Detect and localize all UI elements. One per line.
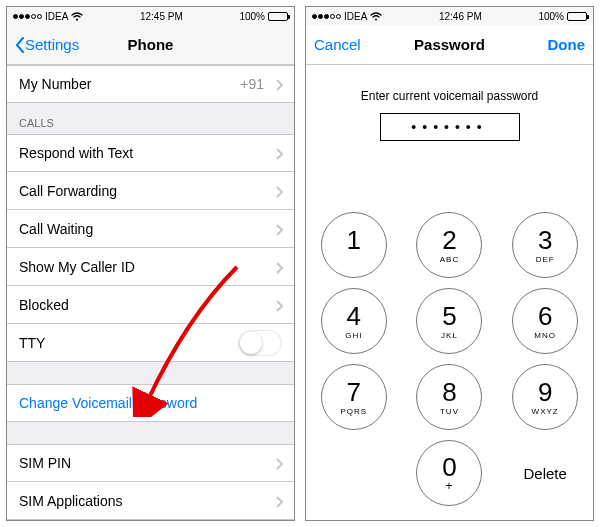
- row-label: Call Waiting: [19, 221, 93, 237]
- key-digit: 1: [347, 227, 361, 253]
- key-digit: 6: [538, 303, 552, 329]
- password-field[interactable]: •••••••: [380, 113, 520, 141]
- key-digit: 0: [442, 454, 456, 480]
- key-digit: 3: [538, 227, 552, 253]
- nav-title: Phone: [128, 36, 174, 53]
- blocked-row[interactable]: Blocked: [7, 286, 294, 324]
- tty-row: TTY: [7, 324, 294, 362]
- cancel-button[interactable]: Cancel: [314, 36, 361, 53]
- clock-label: 12:45 PM: [140, 11, 183, 22]
- chevron-right-icon: [276, 78, 284, 90]
- key-digit: 4: [347, 303, 361, 329]
- chevron-right-icon: [276, 261, 284, 273]
- chevron-right-icon: [276, 185, 284, 197]
- chevron-right-icon: [276, 495, 284, 507]
- keypad-key-2[interactable]: 2ABC: [416, 212, 482, 278]
- chevron-right-icon: [276, 223, 284, 235]
- my-number-row[interactable]: My Number +91: [7, 65, 294, 103]
- keypad-key-7[interactable]: 7PQRS: [321, 364, 387, 430]
- done-label: Done: [548, 36, 586, 53]
- key-digit: 7: [347, 379, 361, 405]
- wifi-icon: [71, 12, 83, 21]
- sim-pin-row[interactable]: SIM PIN: [7, 444, 294, 482]
- signal-dots-icon: [312, 14, 341, 19]
- battery-icon: [268, 12, 288, 21]
- keypad-delete-button[interactable]: Delete: [512, 440, 578, 506]
- keypad-key-5[interactable]: 5JKL: [416, 288, 482, 354]
- row-label: Respond with Text: [19, 145, 133, 161]
- keypad-key-0[interactable]: 0+: [416, 440, 482, 506]
- row-label: SIM Applications: [19, 493, 123, 509]
- key-letters: WXYZ: [532, 407, 559, 416]
- respond-with-text-row[interactable]: Respond with Text: [7, 134, 294, 172]
- keypad-key-1[interactable]: 1: [321, 212, 387, 278]
- key-digit: 5: [442, 303, 456, 329]
- key-letters: JKL: [441, 331, 458, 340]
- show-caller-id-row[interactable]: Show My Caller ID: [7, 248, 294, 286]
- key-letters: DEF: [536, 255, 555, 264]
- key-digit: 9: [538, 379, 552, 405]
- battery-percent: 100%: [239, 11, 265, 22]
- password-dots: •••••••: [411, 119, 487, 135]
- row-label: TTY: [19, 335, 45, 351]
- row-label: SIM PIN: [19, 455, 71, 471]
- wifi-icon: [370, 12, 382, 21]
- chevron-right-icon: [276, 147, 284, 159]
- sim-applications-row[interactable]: SIM Applications: [7, 482, 294, 520]
- chevron-left-icon: [15, 37, 25, 53]
- row-label: Call Forwarding: [19, 183, 117, 199]
- battery-percent: 100%: [538, 11, 564, 22]
- row-label: Show My Caller ID: [19, 259, 135, 275]
- back-label: Settings: [25, 36, 79, 53]
- cancel-label: Cancel: [314, 36, 361, 53]
- password-prompt: Enter current voicemail password: [306, 89, 593, 103]
- row-label: Change Voicemail Password: [19, 395, 197, 411]
- key-letters: GHI: [345, 331, 362, 340]
- nav-bar: Settings Phone: [7, 25, 294, 65]
- key-letters: [352, 255, 355, 264]
- keypad-key-8[interactable]: 8TUV: [416, 364, 482, 430]
- carrier-label: IDEA: [344, 11, 367, 22]
- numeric-keypad: 1 2ABC3DEF4GHI5JKL6MNO7PQRS8TUV9WXYZ0+De…: [306, 204, 593, 520]
- call-forwarding-row[interactable]: Call Forwarding: [7, 172, 294, 210]
- key-letters: TUV: [440, 407, 459, 416]
- done-button[interactable]: Done: [548, 36, 586, 53]
- svg-point-0: [76, 18, 78, 20]
- svg-point-1: [375, 18, 377, 20]
- keypad-key-6[interactable]: 6MNO: [512, 288, 578, 354]
- password-entry-screen: IDEA 12:46 PM 100% Cancel Password Done …: [305, 6, 594, 521]
- nav-title: Password: [414, 36, 485, 53]
- keypad-key-3[interactable]: 3DEF: [512, 212, 578, 278]
- keypad-spacer: [321, 440, 387, 506]
- key-letters: +: [445, 480, 453, 492]
- key-digit: 2: [442, 227, 456, 253]
- my-number-label: My Number: [19, 76, 91, 92]
- phone-settings-screen: IDEA 12:45 PM 100% Settings Phone My Num…: [6, 6, 295, 521]
- key-letters: MNO: [534, 331, 556, 340]
- tty-switch[interactable]: [238, 330, 282, 356]
- status-bar: IDEA 12:46 PM 100%: [306, 7, 593, 25]
- status-bar: IDEA 12:45 PM 100%: [7, 7, 294, 25]
- chevron-right-icon: [276, 457, 284, 469]
- nav-bar: Cancel Password Done: [306, 25, 593, 65]
- call-waiting-row[interactable]: Call Waiting: [7, 210, 294, 248]
- carrier-label: IDEA: [45, 11, 68, 22]
- keypad-key-9[interactable]: 9WXYZ: [512, 364, 578, 430]
- change-voicemail-password-row[interactable]: Change Voicemail Password: [7, 384, 294, 422]
- calls-section-header: CALLS: [7, 103, 294, 134]
- key-digit: 8: [442, 379, 456, 405]
- keypad-key-4[interactable]: 4GHI: [321, 288, 387, 354]
- key-letters: ABC: [440, 255, 459, 264]
- chevron-right-icon: [276, 299, 284, 311]
- signal-dots-icon: [13, 14, 42, 19]
- clock-label: 12:46 PM: [439, 11, 482, 22]
- battery-icon: [567, 12, 587, 21]
- back-button[interactable]: Settings: [15, 36, 79, 53]
- row-label: Blocked: [19, 297, 69, 313]
- key-letters: PQRS: [340, 407, 367, 416]
